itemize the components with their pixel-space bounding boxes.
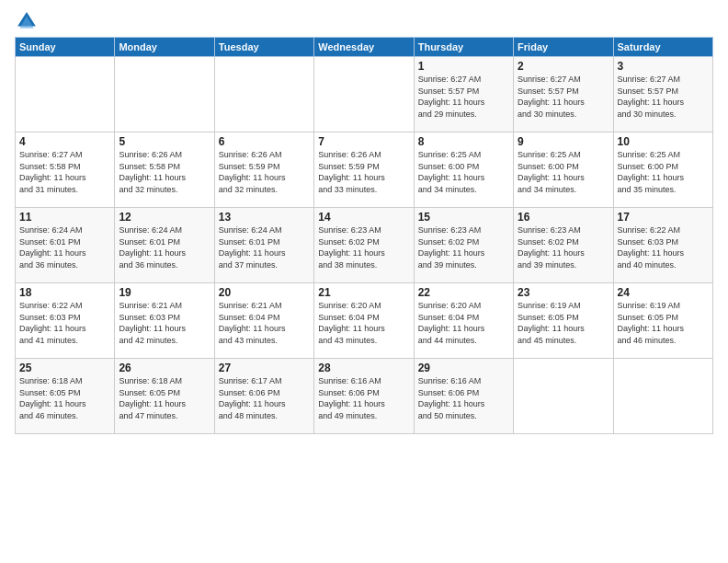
cell-info: Sunrise: 6:26 AM Sunset: 5:59 PM Dayligh… <box>219 149 310 195</box>
cell-5-6 <box>514 359 613 434</box>
page: SundayMondayTuesdayWednesdayThursdayFrid… <box>0 0 728 563</box>
cell-info: Sunrise: 6:27 AM Sunset: 5:58 PM Dayligh… <box>19 149 110 195</box>
cell-2-3: 6Sunrise: 6:26 AM Sunset: 5:59 PM Daylig… <box>214 132 313 208</box>
cell-4-7: 24Sunrise: 6:19 AM Sunset: 6:05 PM Dayli… <box>613 283 712 359</box>
header-row: SundayMondayTuesdayWednesdayThursdayFrid… <box>16 38 713 57</box>
cell-info: Sunrise: 6:26 AM Sunset: 5:58 PM Dayligh… <box>119 149 210 195</box>
cell-info: Sunrise: 6:19 AM Sunset: 6:05 PM Dayligh… <box>618 300 709 346</box>
cell-2-4: 7Sunrise: 6:26 AM Sunset: 5:59 PM Daylig… <box>314 132 414 208</box>
day-number: 8 <box>418 135 509 148</box>
day-number: 25 <box>19 362 110 374</box>
day-number: 11 <box>19 211 110 224</box>
header-day-friday: Friday <box>514 38 613 57</box>
cell-2-7: 10Sunrise: 6:25 AM Sunset: 6:00 PM Dayli… <box>613 132 712 208</box>
week-row-3: 11Sunrise: 6:24 AM Sunset: 6:01 PM Dayli… <box>16 208 713 283</box>
week-row-5: 25Sunrise: 6:18 AM Sunset: 6:05 PM Dayli… <box>16 359 713 434</box>
header-day-monday: Monday <box>115 38 214 57</box>
cell-4-6: 23Sunrise: 6:19 AM Sunset: 6:05 PM Dayli… <box>514 283 613 359</box>
day-number: 1 <box>418 60 509 73</box>
cell-info: Sunrise: 6:25 AM Sunset: 6:00 PM Dayligh… <box>618 149 709 195</box>
cell-1-1 <box>16 57 115 132</box>
day-number: 4 <box>19 135 110 148</box>
cell-3-5: 15Sunrise: 6:23 AM Sunset: 6:02 PM Dayli… <box>414 208 513 283</box>
cell-info: Sunrise: 6:26 AM Sunset: 5:59 PM Dayligh… <box>318 149 409 195</box>
cell-1-4 <box>314 57 414 132</box>
cell-5-1: 25Sunrise: 6:18 AM Sunset: 6:05 PM Dayli… <box>16 359 115 434</box>
cell-3-6: 16Sunrise: 6:23 AM Sunset: 6:02 PM Dayli… <box>514 208 613 283</box>
cell-info: Sunrise: 6:22 AM Sunset: 6:03 PM Dayligh… <box>618 224 709 270</box>
cell-2-2: 5Sunrise: 6:26 AM Sunset: 5:58 PM Daylig… <box>115 132 214 208</box>
day-number: 15 <box>418 211 509 224</box>
calendar-table: SundayMondayTuesdayWednesdayThursdayFrid… <box>15 37 713 434</box>
cell-3-1: 11Sunrise: 6:24 AM Sunset: 6:01 PM Dayli… <box>16 208 115 283</box>
cell-3-2: 12Sunrise: 6:24 AM Sunset: 6:01 PM Dayli… <box>115 208 214 283</box>
header-day-tuesday: Tuesday <box>214 38 313 57</box>
cell-info: Sunrise: 6:22 AM Sunset: 6:03 PM Dayligh… <box>19 300 110 346</box>
day-number: 5 <box>119 135 210 148</box>
cell-5-7 <box>613 359 712 434</box>
calendar-body: 1Sunrise: 6:27 AM Sunset: 5:57 PM Daylig… <box>16 57 713 434</box>
cell-info: Sunrise: 6:27 AM Sunset: 5:57 PM Dayligh… <box>618 74 709 120</box>
cell-info: Sunrise: 6:19 AM Sunset: 6:05 PM Dayligh… <box>518 300 609 346</box>
cell-5-2: 26Sunrise: 6:18 AM Sunset: 6:05 PM Dayli… <box>115 359 214 434</box>
cell-info: Sunrise: 6:17 AM Sunset: 6:06 PM Dayligh… <box>219 375 310 421</box>
week-row-2: 4Sunrise: 6:27 AM Sunset: 5:58 PM Daylig… <box>16 132 713 208</box>
cell-2-1: 4Sunrise: 6:27 AM Sunset: 5:58 PM Daylig… <box>16 132 115 208</box>
day-number: 2 <box>518 60 609 73</box>
logo <box>15 11 37 31</box>
cell-1-6: 2Sunrise: 6:27 AM Sunset: 5:57 PM Daylig… <box>514 57 613 132</box>
cell-3-3: 13Sunrise: 6:24 AM Sunset: 6:01 PM Dayli… <box>214 208 313 283</box>
cell-1-3 <box>214 57 313 132</box>
day-number: 10 <box>618 135 709 148</box>
cell-info: Sunrise: 6:18 AM Sunset: 6:05 PM Dayligh… <box>119 375 210 421</box>
cell-info: Sunrise: 6:23 AM Sunset: 6:02 PM Dayligh… <box>418 224 509 270</box>
day-number: 24 <box>618 286 709 299</box>
day-number: 23 <box>518 286 609 299</box>
header-day-thursday: Thursday <box>414 38 513 57</box>
cell-info: Sunrise: 6:23 AM Sunset: 6:02 PM Dayligh… <box>518 224 609 270</box>
day-number: 21 <box>318 286 409 299</box>
cell-5-5: 29Sunrise: 6:16 AM Sunset: 6:06 PM Dayli… <box>414 359 513 434</box>
day-number: 28 <box>318 362 409 374</box>
cell-info: Sunrise: 6:16 AM Sunset: 6:06 PM Dayligh… <box>318 375 409 421</box>
cell-info: Sunrise: 6:27 AM Sunset: 5:57 PM Dayligh… <box>418 74 509 120</box>
cell-4-4: 21Sunrise: 6:20 AM Sunset: 6:04 PM Dayli… <box>314 283 414 359</box>
cell-2-5: 8Sunrise: 6:25 AM Sunset: 6:00 PM Daylig… <box>414 132 513 208</box>
cell-info: Sunrise: 6:24 AM Sunset: 6:01 PM Dayligh… <box>119 224 210 270</box>
cell-info: Sunrise: 6:20 AM Sunset: 6:04 PM Dayligh… <box>418 300 509 346</box>
week-row-4: 18Sunrise: 6:22 AM Sunset: 6:03 PM Dayli… <box>16 283 713 359</box>
day-number: 3 <box>618 60 709 73</box>
cell-1-5: 1Sunrise: 6:27 AM Sunset: 5:57 PM Daylig… <box>414 57 513 132</box>
day-number: 29 <box>418 362 509 374</box>
day-number: 9 <box>518 135 609 148</box>
day-number: 7 <box>318 135 409 148</box>
cell-4-1: 18Sunrise: 6:22 AM Sunset: 6:03 PM Dayli… <box>16 283 115 359</box>
cell-info: Sunrise: 6:24 AM Sunset: 6:01 PM Dayligh… <box>19 224 110 270</box>
header-day-wednesday: Wednesday <box>314 38 414 57</box>
calendar-header: SundayMondayTuesdayWednesdayThursdayFrid… <box>16 38 713 57</box>
cell-5-4: 28Sunrise: 6:16 AM Sunset: 6:06 PM Dayli… <box>314 359 414 434</box>
day-number: 12 <box>119 211 210 224</box>
logo-icon <box>17 11 37 31</box>
day-number: 19 <box>119 286 210 299</box>
cell-info: Sunrise: 6:20 AM Sunset: 6:04 PM Dayligh… <box>318 300 409 346</box>
cell-info: Sunrise: 6:18 AM Sunset: 6:05 PM Dayligh… <box>19 375 110 421</box>
day-number: 13 <box>219 211 310 224</box>
cell-4-3: 20Sunrise: 6:21 AM Sunset: 6:04 PM Dayli… <box>214 283 313 359</box>
cell-3-7: 17Sunrise: 6:22 AM Sunset: 6:03 PM Dayli… <box>613 208 712 283</box>
cell-4-2: 19Sunrise: 6:21 AM Sunset: 6:03 PM Dayli… <box>115 283 214 359</box>
cell-info: Sunrise: 6:24 AM Sunset: 6:01 PM Dayligh… <box>219 224 310 270</box>
header-day-sunday: Sunday <box>16 38 115 57</box>
week-row-1: 1Sunrise: 6:27 AM Sunset: 5:57 PM Daylig… <box>16 57 713 132</box>
cell-1-7: 3Sunrise: 6:27 AM Sunset: 5:57 PM Daylig… <box>613 57 712 132</box>
cell-3-4: 14Sunrise: 6:23 AM Sunset: 6:02 PM Dayli… <box>314 208 414 283</box>
cell-info: Sunrise: 6:16 AM Sunset: 6:06 PM Dayligh… <box>418 375 509 421</box>
cell-info: Sunrise: 6:25 AM Sunset: 6:00 PM Dayligh… <box>518 149 609 195</box>
cell-info: Sunrise: 6:23 AM Sunset: 6:02 PM Dayligh… <box>318 224 409 270</box>
cell-info: Sunrise: 6:25 AM Sunset: 6:00 PM Dayligh… <box>418 149 509 195</box>
cell-1-2 <box>115 57 214 132</box>
day-number: 14 <box>318 211 409 224</box>
header-day-saturday: Saturday <box>613 38 712 57</box>
cell-4-5: 22Sunrise: 6:20 AM Sunset: 6:04 PM Dayli… <box>414 283 513 359</box>
day-number: 6 <box>219 135 310 148</box>
